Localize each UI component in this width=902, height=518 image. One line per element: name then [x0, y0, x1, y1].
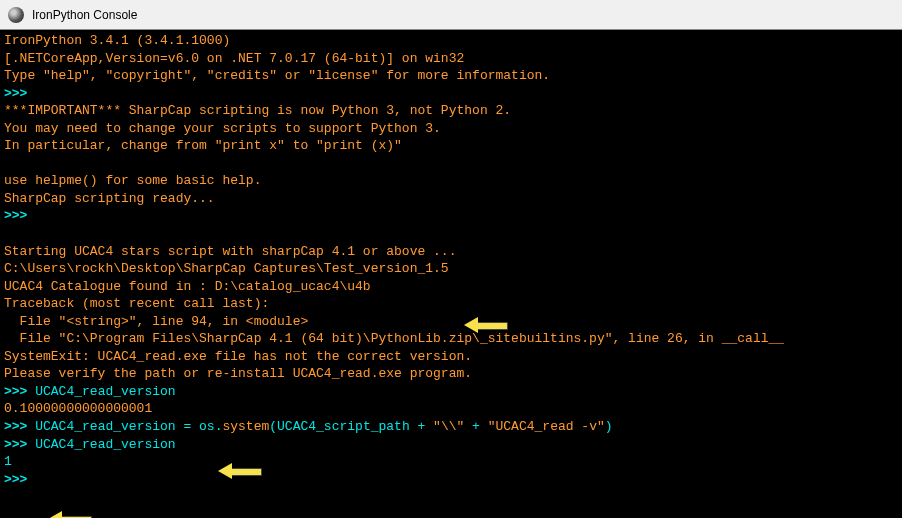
traceback-line: Traceback (most recent call last): — [4, 295, 898, 313]
input-line: >>> UCAC4_read_version — [4, 383, 898, 401]
catalogue-found-line: UCAC4 Catalogue found in : D:\catalog_uc… — [4, 278, 898, 296]
ready-line: SharpCap scripting ready... — [4, 190, 898, 208]
prompt: >>> — [4, 207, 898, 225]
traceback-file1: File "<string>", line 94, in <module> — [4, 313, 898, 331]
systemexit-line: SystemExit: UCAC4_read.exe file has not … — [4, 348, 898, 366]
path-line: C:\Users\rockh\Desktop\SharpCap Captures… — [4, 260, 898, 278]
output-version-int: 1 — [4, 453, 898, 471]
runtime-line: [.NETCoreApp,Version=v6.0 on .NET 7.0.17… — [4, 50, 898, 68]
annotation-arrow-icon — [468, 319, 506, 331]
script-change-hint: You may need to change your scripts to s… — [4, 120, 898, 138]
important-line: ***IMPORTANT*** SharpCap scripting is no… — [4, 102, 898, 120]
prompt: >>> — [4, 85, 898, 103]
app-icon — [8, 7, 24, 23]
annotation-arrow-icon — [222, 465, 260, 477]
script-start-line: Starting UCAC4 stars script with sharpCa… — [4, 243, 898, 261]
console-output[interactable]: IronPython 3.4.1 (3.4.1.1000) [.NETCoreA… — [0, 30, 902, 518]
helpme-hint: use helpme() for some basic help. — [4, 172, 898, 190]
blank-line — [4, 225, 898, 243]
input-assign-line: >>> UCAC4_read_version = os.system(UCAC4… — [4, 418, 898, 436]
window-title: IronPython Console — [32, 8, 137, 22]
blank-line — [4, 155, 898, 173]
version-line: IronPython 3.4.1 (3.4.1.1000) — [4, 32, 898, 50]
print-change-hint: In particular, change from "print x" to … — [4, 137, 898, 155]
help-hint-line: Type "help", "copyright", "credits" or "… — [4, 67, 898, 85]
prompt: >>> — [4, 471, 898, 489]
annotation-arrow-icon — [52, 513, 90, 518]
verify-path-line: Please verify the path or re-install UCA… — [4, 365, 898, 383]
output-version-float: 0.10000000000000001 — [4, 400, 898, 418]
input-line: >>> UCAC4_read_version — [4, 436, 898, 454]
window-titlebar[interactable]: IronPython Console — [0, 0, 902, 30]
traceback-file2: File "C:\Program Files\SharpCap 4.1 (64 … — [4, 330, 898, 348]
